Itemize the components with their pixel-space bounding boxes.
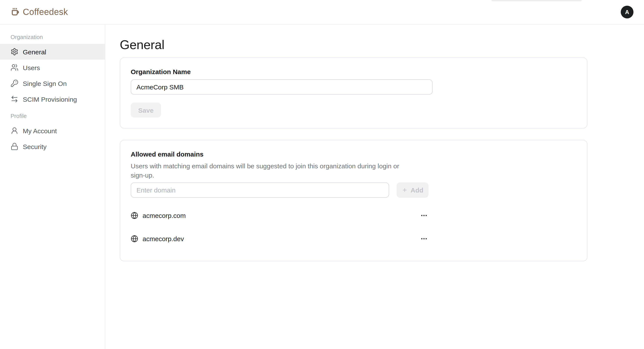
ellipsis-icon xyxy=(420,235,428,243)
brand-name: Coffeedesk xyxy=(23,7,68,17)
save-button[interactable]: Save xyxy=(131,103,161,117)
domain-input-row: Add xyxy=(131,182,428,198)
sidebar: Organization General xyxy=(0,24,105,349)
page-title: General xyxy=(120,36,644,53)
top-right-artifact xyxy=(491,0,582,1)
ellipsis-icon xyxy=(420,212,428,219)
sidebar-item-label: My Account xyxy=(23,127,57,134)
topbar: Coffeedesk A xyxy=(0,0,644,24)
avatar[interactable]: A xyxy=(621,6,634,18)
avatar-initial: A xyxy=(625,9,629,15)
users-icon xyxy=(10,63,18,71)
domain-name: acmecorp.dev xyxy=(142,235,184,243)
main-content: General Organization Name Save Allowed e… xyxy=(105,24,644,349)
sidebar-section-organization: Organization xyxy=(0,33,105,41)
domain-name: acmecorp.com xyxy=(142,212,186,219)
allowed-domains-description: Users with matching email domains will b… xyxy=(131,161,399,180)
allowed-domains-card: Allowed email domains Users with matchin… xyxy=(120,140,588,261)
sidebar-item-single-sign-on[interactable]: Single Sign On xyxy=(0,75,105,91)
org-name-label: Organization Name xyxy=(131,68,576,76)
org-name-card: Organization Name Save xyxy=(120,57,588,128)
app-root: Coffeedesk A Organization General xyxy=(0,0,644,349)
globe-icon xyxy=(131,235,138,243)
gear-icon xyxy=(10,48,18,56)
domain-info: acmecorp.dev xyxy=(131,235,184,243)
sidebar-section-profile: Profile xyxy=(0,112,105,120)
add-button-label: Add xyxy=(410,186,423,194)
sidebar-item-label: Security xyxy=(23,143,46,150)
user-icon xyxy=(10,127,18,135)
org-name-input[interactable] xyxy=(131,79,432,95)
sidebar-item-label: Single Sign On xyxy=(23,80,67,87)
sidebar-item-general[interactable]: General xyxy=(0,44,105,60)
sidebar-item-users[interactable]: Users xyxy=(0,60,105,75)
domain-list: acmecorp.com xyxy=(131,204,428,250)
add-domain-button[interactable]: Add xyxy=(396,182,428,198)
sidebar-item-security[interactable]: Security xyxy=(0,139,105,154)
sidebar-item-label: Users xyxy=(23,64,40,71)
allowed-domains-title: Allowed email domains xyxy=(131,150,576,158)
domain-menu-button[interactable] xyxy=(420,234,428,243)
plus-icon xyxy=(402,187,408,193)
sidebar-item-label: SCIM Provisioning xyxy=(23,95,77,103)
domain-menu-button[interactable] xyxy=(420,211,428,220)
domain-input[interactable] xyxy=(131,182,389,198)
domain-row: acmecorp.dev xyxy=(131,227,428,250)
sidebar-item-label: General xyxy=(23,48,46,55)
domain-info: acmecorp.com xyxy=(131,212,186,219)
sidebar-item-scim-provisioning[interactable]: SCIM Provisioning xyxy=(0,91,105,107)
coffee-cup-icon xyxy=(10,7,20,17)
domain-row: acmecorp.com xyxy=(131,204,428,227)
key-icon xyxy=(10,79,18,87)
sidebar-item-my-account[interactable]: My Account xyxy=(0,123,105,139)
globe-icon xyxy=(131,212,138,219)
lock-icon xyxy=(10,142,18,150)
brand-logo[interactable]: Coffeedesk xyxy=(10,7,68,17)
transfer-arrows-icon xyxy=(10,95,18,103)
